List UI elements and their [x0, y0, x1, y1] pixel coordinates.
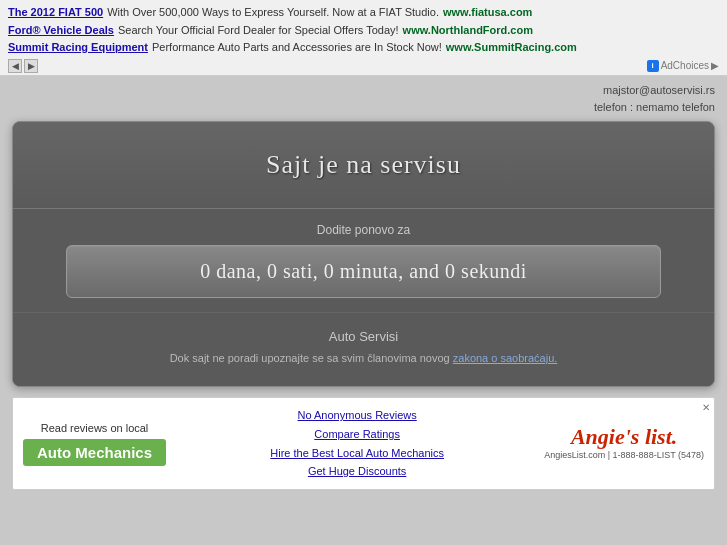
ad-bar: The 2012 FIAT 500 With Over 500,000 Ways… — [0, 0, 727, 76]
ad-link-hire-best[interactable]: Hire the Best Local Auto Mechanics — [180, 444, 534, 463]
contact-phone: telefon : nemamo telefon — [12, 99, 715, 117]
countdown-box: 0 dana, 0 sati, 0 minuta, and 0 sekundi — [66, 245, 661, 298]
ad-prev-button[interactable]: ◀ — [8, 59, 22, 73]
auto-desc-text: Dok sajt ne poradi upoznajte se sa svim … — [170, 352, 450, 364]
ad-link-no-anonymous[interactable]: No Anonymous Reviews — [180, 406, 534, 425]
title-section: Sajt je na servisu — [13, 122, 714, 209]
ad-middle-section: No Anonymous Reviews Compare Ratings Hir… — [180, 406, 534, 481]
ad-url-2[interactable]: www.NorthlandFord.com — [403, 22, 533, 39]
ad-url-1[interactable]: www.fiatusa.com — [443, 4, 532, 21]
ad-nav-row: ◀ ▶ i AdChoices ▶ — [8, 57, 719, 73]
ad-right-section: Angie's list. AngiesList.com | 1-888-888… — [544, 426, 704, 462]
ad-row-1: The 2012 FIAT 500 With Over 500,000 Ways… — [8, 4, 719, 21]
angies-list-sub: AngiesList.com | 1-888-888-LIST (5478) — [544, 450, 704, 462]
contact-email: majstor@autoservisi.rs — [12, 82, 715, 100]
countdown-section: Dodite ponovo za 0 dana, 0 sati, 0 minut… — [13, 209, 714, 313]
auto-section-title: Auto Servisi — [33, 329, 694, 344]
ad-body-2: Search Your Official Ford Dealer for Spe… — [118, 22, 399, 39]
read-reviews-text: Read reviews on local — [23, 421, 166, 435]
ad-url-3[interactable]: www.SummitRacing.com — [446, 39, 577, 56]
adchoices: i AdChoices ▶ — [647, 60, 719, 72]
ad-link-3[interactable]: Summit Racing Equipment — [8, 39, 148, 56]
ad-body-3: Performance Auto Parts and Accessories a… — [152, 39, 442, 56]
contact-bar: majstor@autoservisi.rs telefon : nemamo … — [0, 76, 727, 121]
page-title: Sajt je na servisu — [33, 150, 694, 180]
ad-row-3: Summit Racing Equipment Performance Auto… — [8, 39, 719, 56]
ad-next-button[interactable]: ▶ — [24, 59, 38, 73]
auto-section-desc: Dok sajt ne poradi upoznajte se sa svim … — [33, 350, 694, 367]
ad-row-2: Ford® Vehicle Deals Search Your Official… — [8, 22, 719, 39]
angies-list-logo[interactable]: Angie's list. — [544, 426, 704, 448]
ad-link-compare-ratings[interactable]: Compare Ratings — [180, 425, 534, 444]
adchoices-icon: i — [647, 60, 659, 72]
ad-close-button[interactable]: ✕ — [702, 402, 710, 413]
ad-link-2[interactable]: Ford® Vehicle Deals — [8, 22, 114, 39]
adchoices-label: AdChoices — [661, 60, 709, 71]
countdown-text: 0 dana, 0 sati, 0 minuta, and 0 sekundi — [87, 260, 640, 283]
come-back-label: Dodite ponovo za — [33, 223, 694, 237]
ad-body-1: With Over 500,000 Ways to Express Yourse… — [107, 4, 439, 21]
ad-arrows: ◀ ▶ — [8, 59, 38, 73]
ad-link-get-discounts[interactable]: Get Huge Discounts — [180, 462, 534, 481]
bottom-ad-banner: ✕ Read reviews on local Auto Mechanics N… — [12, 397, 715, 490]
adchoices-arrow-icon: ▶ — [711, 60, 719, 71]
auto-mechanics-button[interactable]: Auto Mechanics — [23, 439, 166, 466]
ad-left-section: Read reviews on local Auto Mechanics — [23, 421, 166, 466]
ad-link-1[interactable]: The 2012 FIAT 500 — [8, 4, 103, 21]
main-container: Sajt je na servisu Dodite ponovo za 0 da… — [12, 121, 715, 388]
auto-section: Auto Servisi Dok sajt ne poradi upoznajt… — [13, 313, 714, 387]
auto-desc-link[interactable]: zakona o saobraćaju. — [453, 352, 558, 364]
